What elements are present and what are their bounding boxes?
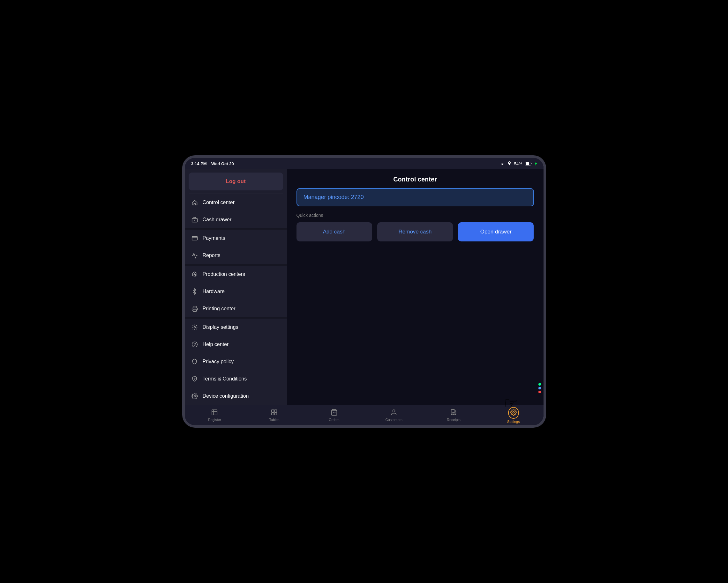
page-title: Control center: [296, 176, 534, 183]
battery-percent: 54%: [514, 161, 522, 166]
nav-label-tables: Tables: [269, 418, 280, 422]
nav-item-orders[interactable]: Orders: [321, 408, 347, 423]
svg-rect-22: [275, 412, 277, 415]
bottom-nav: Register Tables O: [185, 405, 544, 425]
sidebar-item-privacy-policy[interactable]: Privacy policy: [185, 353, 287, 370]
svg-point-10: [192, 342, 197, 347]
production-icon: [191, 271, 198, 278]
content-body: Manager pincode: 2720 Quick actions Add …: [287, 188, 544, 405]
reports-icon: [191, 252, 198, 259]
sidebar: Log out Control center Cash drawer: [185, 169, 287, 405]
charging-icon: [535, 162, 537, 166]
help-icon: [191, 341, 198, 348]
cash-drawer-icon: [191, 216, 198, 223]
svg-rect-20: [275, 410, 277, 412]
nav-item-customers[interactable]: Customers: [381, 408, 407, 423]
three-dots-indicator: [539, 383, 541, 393]
sidebar-label-production-centers: Production centers: [203, 271, 245, 277]
content-area: Control center Manager pincode: 2720 Qui…: [287, 169, 544, 405]
svg-rect-16: [212, 410, 217, 415]
nav-item-tables[interactable]: Tables: [261, 408, 287, 423]
sidebar-item-hardware[interactable]: Hardware: [185, 283, 287, 300]
home-icon: [191, 199, 198, 206]
sidebar-item-help-center[interactable]: Help center: [185, 336, 287, 353]
wifi-icon: [500, 162, 505, 166]
battery-icon: [525, 162, 532, 166]
svg-rect-19: [271, 410, 274, 412]
sidebar-label-help-center: Help center: [203, 341, 229, 347]
sidebar-label-printing-center: Printing center: [203, 306, 236, 312]
sidebar-item-reports[interactable]: Reports: [185, 247, 287, 264]
sidebar-label-cash-drawer: Cash drawer: [203, 217, 232, 223]
remove-cash-button[interactable]: Remove cash: [377, 222, 453, 242]
content-header: Control center: [287, 169, 544, 188]
sidebar-item-payments[interactable]: Payments: [185, 230, 287, 247]
status-right: 54%: [500, 161, 537, 166]
status-bar: 3:14 PM Wed Oct 20 54%: [185, 158, 544, 169]
pincode-display[interactable]: Manager pincode: 2720: [296, 188, 534, 206]
dot-blue: [539, 387, 541, 389]
dot-red: [539, 391, 541, 393]
orders-icon: [331, 409, 338, 417]
sidebar-label-device-configuration: Device configuration: [203, 393, 249, 399]
svg-rect-6: [194, 274, 195, 276]
sidebar-label-payments: Payments: [203, 235, 225, 241]
tablet-frame: 3:14 PM Wed Oct 20 54%: [182, 155, 546, 428]
sidebar-label-privacy-policy: Privacy policy: [203, 359, 234, 364]
main-layout: Log out Control center Cash drawer: [185, 169, 544, 405]
gear-icon: [191, 393, 198, 399]
tables-icon: [271, 409, 278, 417]
svg-point-15: [194, 395, 195, 397]
add-cash-button[interactable]: Add cash: [296, 222, 372, 242]
date-display: Wed Oct 20: [211, 161, 234, 166]
customers-icon: [390, 409, 397, 417]
svg-rect-1: [526, 162, 529, 165]
nav-label-orders: Orders: [329, 418, 340, 422]
svg-rect-4: [192, 236, 197, 240]
status-time: 3:14 PM Wed Oct 20: [191, 161, 234, 166]
quick-actions-label: Quick actions: [296, 213, 534, 218]
nav-item-receipts[interactable]: Receipts: [441, 408, 466, 423]
nav-item-settings[interactable]: Settings: [501, 406, 526, 425]
sidebar-item-terms-conditions[interactable]: Terms & Conditions: [185, 370, 287, 388]
nav-item-register[interactable]: Register: [202, 408, 227, 423]
register-icon: [211, 409, 218, 417]
sidebar-label-reports: Reports: [203, 253, 220, 258]
time-display: 3:14 PM: [191, 161, 207, 166]
sidebar-label-hardware: Hardware: [203, 288, 225, 295]
dot-green: [539, 383, 541, 386]
svg-rect-8: [193, 309, 196, 311]
payments-icon: [191, 235, 198, 242]
nav-label-receipts: Receipts: [447, 418, 461, 422]
receipts-icon: [450, 409, 457, 417]
sidebar-label-control-center: Control center: [203, 200, 235, 205]
sidebar-label-terms-conditions: Terms & Conditions: [203, 376, 247, 382]
sidebar-item-device-configuration[interactable]: Device configuration: [185, 388, 287, 405]
svg-point-27: [513, 411, 515, 413]
svg-rect-21: [271, 412, 274, 415]
svg-point-9: [194, 327, 195, 328]
actions-row: Add cash Remove cash Open drawer: [296, 222, 534, 242]
terms-icon: [191, 376, 198, 382]
settings-icon: [508, 407, 519, 419]
bluetooth-icon: [191, 288, 198, 295]
sidebar-item-display-settings[interactable]: Display settings: [185, 318, 287, 336]
logout-button[interactable]: Log out: [189, 172, 283, 190]
sidebar-item-printing-center[interactable]: Printing center: [185, 300, 287, 317]
privacy-icon: [191, 358, 198, 365]
svg-point-24: [393, 410, 395, 412]
nav-label-register: Register: [208, 418, 221, 422]
printer-icon: [191, 305, 198, 312]
sidebar-label-display-settings: Display settings: [203, 324, 238, 330]
open-drawer-button[interactable]: Open drawer: [458, 222, 534, 242]
sidebar-item-control-center[interactable]: Control center: [185, 194, 287, 211]
sidebar-item-production-centers[interactable]: Production centers: [185, 266, 287, 283]
nav-label-settings: Settings: [507, 420, 520, 423]
display-icon: [191, 324, 198, 331]
location-icon: [508, 161, 511, 166]
sidebar-item-cash-drawer[interactable]: Cash drawer: [185, 211, 287, 228]
nav-label-customers: Customers: [386, 418, 402, 422]
